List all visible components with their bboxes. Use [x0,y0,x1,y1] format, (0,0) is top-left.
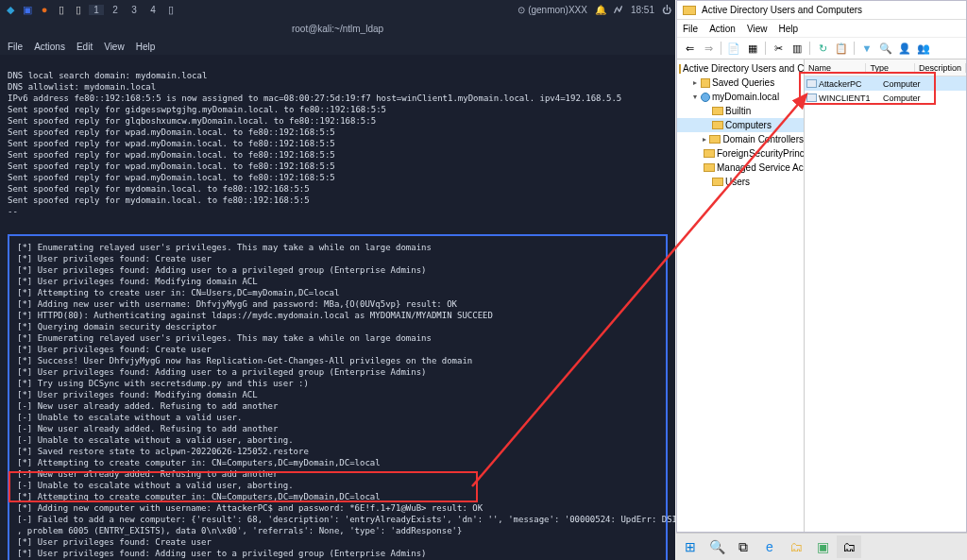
folder-icon [709,135,721,144]
genmon-label: ⊙ (genmon)XXX [517,5,587,15]
open-apps-icon[interactable]: ▯ [164,3,178,16]
terminal-menubar: File Actions Edit View Help [0,38,675,55]
aduc-menubar: File Action View Help [677,20,966,37]
explorer-button[interactable]: 🗂 [784,535,808,558]
tree-computers[interactable]: Computers [677,118,804,132]
folder-icon [704,163,715,172]
menu-actions[interactable]: Actions [34,42,65,52]
tree-domain-controllers[interactable]: ▸Domain Controllers [677,132,804,146]
cut-button[interactable]: ✂ [770,40,787,57]
search-button[interactable]: 🔍 [704,535,729,558]
folder-icon [712,107,723,115]
folder-icon [712,178,723,186]
kali-panel: ◆ ▣ ● ▯ ▯ 1 2 3 4 ▯ ⊙ (genmon)XXX 🔔 🗲 18… [0,0,675,19]
workspace-button[interactable]: 1 [89,5,104,15]
terminal-title: root@kali:~/ntlm_ldap [0,19,675,38]
aduc-titlebar: Active Directory Users and Computers [677,1,966,20]
workspace-button[interactable]: 3 [127,5,142,15]
server-manager-button[interactable]: ▣ [810,535,835,558]
workspace-button[interactable]: 2 [108,5,123,15]
ie-button[interactable]: e [757,535,782,558]
menu-help[interactable]: Help [778,24,798,34]
logout-icon[interactable]: ⏻ [662,5,671,15]
kali-desktop: ◆ ▣ ● ▯ ▯ 1 2 3 4 ▯ ⊙ (genmon)XXX 🔔 🗲 18… [0,0,675,560]
folder-icon [704,149,715,158]
up-button[interactable]: 📄 [725,40,742,57]
terminal-window-icon[interactable]: ▯ [72,3,85,16]
aduc-listview[interactable]: Name Type Description AttackerPC Compute… [805,59,966,532]
menu-view[interactable]: View [747,24,768,34]
refresh-button[interactable]: ↻ [814,40,831,57]
aduc-taskbar-button[interactable]: 🗂 [837,535,861,558]
add-group-button[interactable]: 👥 [915,40,932,57]
expand-icon[interactable]: ▸ [690,78,699,87]
aduc-toolbar: ⇐ ⇒ 📄 ▦ ✂ ▥ ↻ 📋 ▼ 🔍 👤 👥 [677,37,966,59]
tree-root[interactable]: Active Directory Users and Computers [677,61,804,76]
col-type[interactable]: Type [866,63,915,73]
collapse-icon[interactable]: ▾ [690,93,699,101]
task-view-button[interactable]: ⧉ [731,535,755,558]
windows-taskbar: ⊞ 🔍 ⧉ e 🗂 ▣ 🗂 [676,533,967,560]
filter-button[interactable]: ▼ [858,40,875,57]
aduc-app-icon [683,6,696,15]
back-button[interactable]: ⇐ [681,40,698,57]
tree-builtin[interactable]: Builtin [677,104,804,118]
show-hide-tree-button[interactable]: ▦ [744,40,761,57]
properties-button[interactable]: ▥ [789,40,806,57]
file-manager-icon[interactable]: ▣ [21,3,34,16]
forward-button[interactable]: ⇒ [700,40,717,57]
folder-icon [679,64,681,74]
col-name[interactable]: Name [805,63,866,73]
workspace-button[interactable]: 4 [145,5,161,15]
term-output-block-2: [*] Enumerating relayed user's privilege… [8,234,668,560]
highlight-attackerpc-entry [799,72,936,105]
find-button[interactable]: 🔍 [877,40,894,57]
terminal-indicator-icon[interactable]: ▯ [55,3,68,16]
export-button[interactable]: 📋 [833,40,850,57]
tree-domain[interactable]: ▾myDomain.local [677,90,804,104]
menu-file[interactable]: File [8,42,23,52]
tree-saved-queries[interactable]: ▸Saved Queries [677,76,804,90]
domain-icon [701,93,710,102]
tree-users[interactable]: Users [677,175,804,189]
tree-foreign-security-principals[interactable]: ForeignSecurityPrincipals [677,146,804,161]
add-user-button[interactable]: 👤 [896,40,913,57]
clock: 18:51 [631,5,654,15]
aduc-tree[interactable]: Active Directory Users and Computers ▸Sa… [677,59,805,532]
firefox-icon[interactable]: ● [38,3,51,16]
menu-help[interactable]: Help [136,42,156,52]
aduc-title-text: Active Directory Users and Computers [702,5,862,15]
kali-logo-icon[interactable]: ◆ [4,3,17,16]
col-description[interactable]: Description [915,63,966,73]
menu-view[interactable]: View [104,42,125,52]
menu-edit[interactable]: Edit [76,42,93,52]
term-output-block-1: DNS local search domain: mydomain.local … [8,70,668,217]
start-button[interactable]: ⊞ [678,535,703,558]
highlight-attackerpc-line [8,471,478,502]
menu-file[interactable]: File [683,24,698,34]
terminal-output[interactable]: DNS local search domain: mydomain.local … [0,55,675,560]
folder-icon [712,121,723,129]
tree-managed-service-accounts[interactable]: Managed Service Accounts [677,161,804,175]
battery-icon[interactable]: 🗲 [614,5,623,15]
expand-icon[interactable]: ▸ [702,135,707,144]
menu-action[interactable]: Action [709,24,736,34]
folder-icon [701,78,710,88]
notifications-icon[interactable]: 🔔 [595,5,606,15]
